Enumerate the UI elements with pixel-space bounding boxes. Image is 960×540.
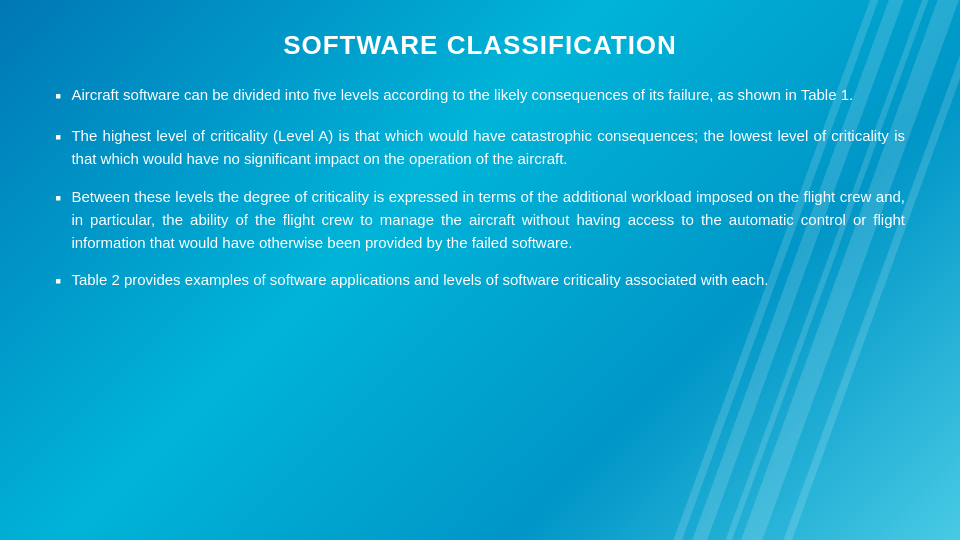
bullet-item-2: ▪ The highest level of criticality (Leve… — [55, 124, 905, 171]
bullet-item-3: ▪ Between these levels the degree of cri… — [55, 185, 905, 255]
bullet-text-2: The highest level of criticality (Level … — [71, 124, 905, 171]
bullet-marker-1: ▪ — [55, 83, 61, 110]
slide-title: SOFTWARE CLASSIFICATION — [55, 30, 905, 61]
slide: SOFTWARE CLASSIFICATION ▪ Aircraft softw… — [0, 0, 960, 540]
bullet-item-1: ▪ Aircraft software can be divided into … — [55, 83, 905, 110]
bullet-text-1: Aircraft software can be divided into fi… — [71, 83, 853, 106]
bullet-text-4: Table 2 provides examples of software ap… — [71, 268, 768, 291]
bullet-marker-3: ▪ — [55, 185, 61, 212]
bullet-marker-4: ▪ — [55, 268, 61, 295]
bullet-marker-2: ▪ — [55, 124, 61, 151]
